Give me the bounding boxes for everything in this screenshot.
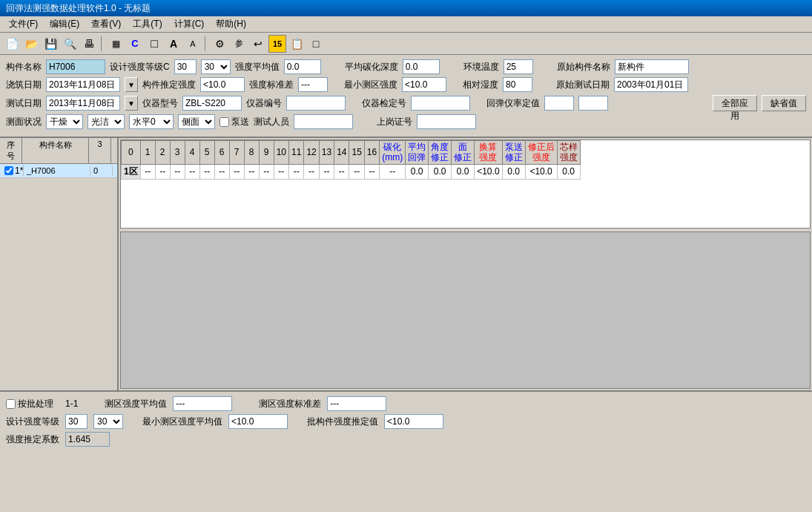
- input-rebound-cal[interactable]: [544, 96, 574, 111]
- label-merchant-cert: 上岗证号: [377, 116, 412, 128]
- input-rebound-cal2[interactable]: [578, 96, 608, 111]
- menu-edit[interactable]: 编辑(E): [44, 16, 85, 32]
- menu-tools[interactable]: 工具(T): [127, 16, 168, 32]
- select-design-strength[interactable]: 30253540: [201, 59, 231, 74]
- select-surface[interactable]: 干燥潮湿: [46, 114, 83, 129]
- toolbar-gear[interactable]: ⚙: [211, 35, 228, 53]
- input-merchant-cert[interactable]: [417, 114, 476, 129]
- td-m9[interactable]: --: [259, 164, 274, 179]
- input-bottom-design-strength[interactable]: [65, 414, 88, 429]
- btn-apply-all[interactable]: 全部应用: [713, 95, 757, 111]
- input-min-zone-avg[interactable]: [228, 414, 288, 429]
- toolbar-open[interactable]: 📂: [22, 35, 40, 53]
- toolbar-copy[interactable]: 📋: [288, 35, 306, 53]
- th-14: 14: [334, 141, 349, 165]
- th-core-strength: 芯样强度: [557, 141, 580, 165]
- toolbar-ref[interactable]: 参: [230, 35, 248, 53]
- input-zone-std[interactable]: [327, 396, 386, 411]
- input-component-name[interactable]: [46, 59, 105, 74]
- toolbar-square[interactable]: □: [145, 35, 163, 53]
- select-direction[interactable]: 水平0水平90: [129, 114, 174, 129]
- select-bottom-design-strength[interactable]: 302535: [93, 414, 123, 429]
- input-strength-avg[interactable]: [284, 59, 321, 74]
- form-row-4: 测面状况 干燥潮湿 光洁粗糙 水平0水平90 侧面顶面底面 泵送 测试人员 上岗…: [6, 114, 806, 129]
- toolbar-c[interactable]: C: [126, 35, 144, 53]
- btn-default[interactable]: 缺省值: [762, 95, 806, 111]
- label-instrument-cert: 仪器检定号: [362, 97, 406, 110]
- batch-process-label[interactable]: 按批处理: [6, 398, 53, 410]
- th-3: 3: [170, 141, 185, 165]
- range-label: 1-1: [65, 398, 78, 409]
- td-m13[interactable]: --: [319, 164, 334, 179]
- data-table: 0 1 2 3 4 5 6 7 8 9 10 11 12 13: [121, 140, 581, 180]
- td-pump-corr: 0.0: [502, 164, 525, 179]
- toolbar-print[interactable]: 🖶: [80, 35, 98, 53]
- input-instrument-cert[interactable]: [411, 96, 470, 111]
- toolbar-print-preview[interactable]: 🔍: [61, 35, 79, 53]
- input-zone-avg[interactable]: [173, 396, 232, 411]
- input-strength-std[interactable]: [298, 77, 328, 92]
- input-batch-inferred[interactable]: [384, 414, 443, 429]
- list-item[interactable]: 1* _H7006 0: [0, 164, 117, 178]
- toolbar-a-big[interactable]: A: [165, 35, 182, 53]
- menu-view[interactable]: 查看(V): [85, 16, 127, 32]
- td-carb[interactable]: --: [380, 164, 406, 179]
- td-m3[interactable]: --: [170, 164, 185, 179]
- toolbar-save[interactable]: 💾: [42, 35, 59, 53]
- input-pour-date[interactable]: [46, 77, 120, 92]
- menu-file[interactable]: 文件(F): [3, 16, 44, 32]
- label-coeff: 强度推定系数: [6, 433, 59, 446]
- batch-label: 按批处理: [18, 398, 53, 410]
- td-m8[interactable]: --: [244, 164, 259, 179]
- checkbox-pump-label[interactable]: 泵送: [219, 116, 249, 128]
- input-inferred-strength[interactable]: [200, 77, 245, 92]
- select-clean[interactable]: 光洁粗糙: [88, 114, 125, 129]
- label-min-zone: 最小测区强度: [344, 79, 397, 91]
- toolbar-undo[interactable]: ↩: [249, 35, 267, 53]
- test-date-picker[interactable]: ▼: [125, 96, 138, 111]
- pour-date-picker[interactable]: ▼: [125, 77, 138, 92]
- toolbar: 📄 📂 💾 🔍 🖶 ▦ C □ A A ⚙ 参 ↩ 15 📋 □: [0, 33, 812, 55]
- td-m12[interactable]: --: [304, 164, 319, 179]
- td-m11[interactable]: --: [289, 164, 304, 179]
- toolbar-empty[interactable]: □: [307, 35, 325, 53]
- input-instrument-model[interactable]: [182, 96, 242, 111]
- input-humidity[interactable]: [503, 77, 532, 92]
- td-m4[interactable]: --: [185, 164, 199, 179]
- row-checkbox[interactable]: [4, 166, 13, 175]
- td-m15[interactable]: --: [349, 164, 364, 179]
- toolbar-new[interactable]: 📄: [3, 35, 21, 53]
- input-tester[interactable]: [294, 114, 353, 129]
- td-m14[interactable]: --: [334, 164, 349, 179]
- checkbox-batch[interactable]: [6, 399, 16, 409]
- toolbar-a-small[interactable]: A: [184, 35, 202, 53]
- menu-help[interactable]: 帮助(H): [210, 16, 252, 32]
- th-conv-strength: 换算强度: [475, 141, 502, 165]
- input-avg-carb[interactable]: [403, 59, 440, 74]
- form-row-3: 测试日期 ▼ 仪器型号 仪器编号 仪器检定号 回弹仪率定值 全部应用 缺省值: [6, 95, 806, 111]
- input-orig-name[interactable]: [615, 59, 689, 74]
- td-m10[interactable]: --: [274, 164, 288, 179]
- checkbox-pump[interactable]: [219, 117, 229, 127]
- td-m6[interactable]: --: [214, 164, 229, 179]
- input-coeff[interactable]: [65, 432, 110, 447]
- select-side[interactable]: 侧面顶面底面: [178, 114, 215, 129]
- input-orig-test-date[interactable]: [614, 77, 688, 92]
- toolbar-grid[interactable]: ▦: [107, 35, 125, 53]
- td-m16[interactable]: --: [364, 164, 379, 179]
- th-avg-rebound: 平均回弹: [406, 141, 429, 165]
- input-env-temp[interactable]: [504, 59, 533, 74]
- menu-calc[interactable]: 计算(C): [168, 16, 211, 32]
- input-test-date[interactable]: [46, 96, 120, 111]
- td-m7[interactable]: --: [229, 164, 244, 179]
- input-min-zone[interactable]: [402, 77, 446, 92]
- input-design-strength[interactable]: [174, 59, 197, 74]
- label-strength-std: 强度标准差: [249, 79, 294, 91]
- th-16: 16: [364, 141, 379, 165]
- td-m5[interactable]: --: [199, 164, 214, 179]
- td-m2[interactable]: --: [155, 164, 170, 179]
- th-8: 8: [244, 141, 259, 165]
- td-m1[interactable]: --: [140, 164, 155, 179]
- input-instrument-id[interactable]: [286, 96, 346, 111]
- toolbar-15[interactable]: 15: [268, 35, 286, 53]
